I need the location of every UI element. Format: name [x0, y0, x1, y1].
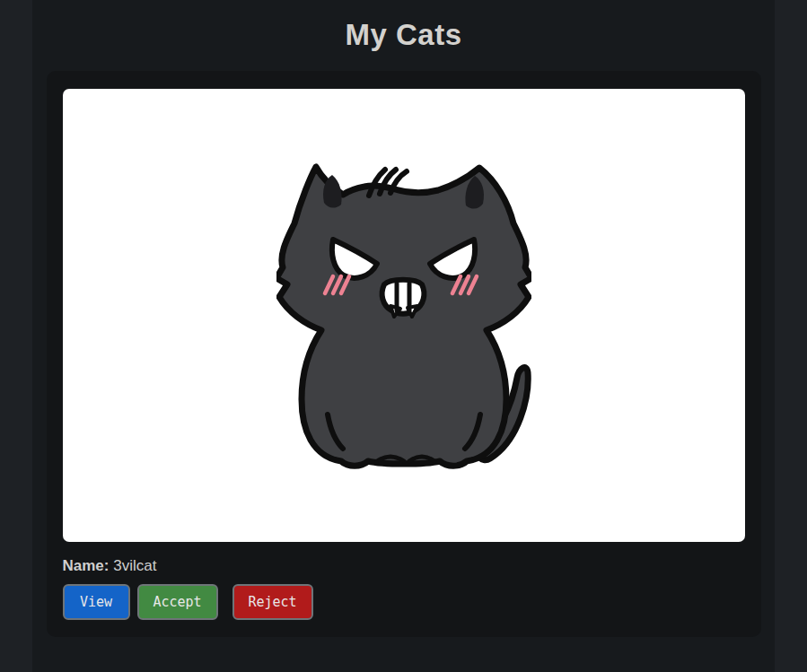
cat-card: Name: 3vilcat View Accept Reject	[47, 71, 761, 637]
evil-cat-illustration	[276, 162, 531, 469]
page-title: My Cats	[32, 18, 775, 52]
card-actions: View Accept Reject	[63, 584, 745, 620]
cat-image-frame	[63, 89, 745, 542]
name-value: 3vilcat	[113, 557, 156, 574]
cat-mouth	[382, 279, 424, 316]
view-button[interactable]: View	[63, 584, 130, 620]
accept-button[interactable]: Accept	[137, 584, 218, 620]
reject-button[interactable]: Reject	[232, 584, 313, 620]
name-row: Name: 3vilcat	[63, 557, 745, 575]
name-label: Name:	[63, 557, 110, 574]
page-container: My Cats	[32, 0, 775, 672]
